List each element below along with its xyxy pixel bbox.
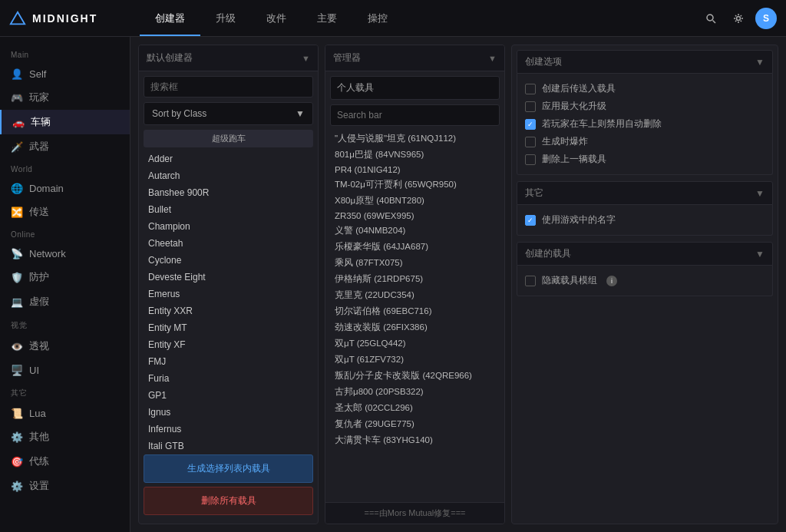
vehicle-item[interactable]: Entity MT: [144, 319, 313, 336]
sidebar-item-transfer[interactable]: 🔀传送: [0, 200, 130, 224]
sidebar-item-other[interactable]: ⚙️其他: [0, 425, 130, 449]
checkbox-box[interactable]: [525, 276, 536, 286]
garage-vehicle-item[interactable]: 义警 (04NMB204): [330, 223, 500, 239]
search-icon-btn[interactable]: [700, 8, 722, 29]
garage-vehicle-item[interactable]: 双μT (25GLQ442): [330, 335, 500, 352]
delete-all-vehicles-button[interactable]: 删除所有载具: [144, 487, 313, 515]
garage-vehicle-item[interactable]: 克里克 (22UDC354): [330, 287, 500, 303]
transfer-icon: 🔀: [11, 206, 23, 218]
left-panel-actions: 生成选择列表内载具 删除所有载具: [139, 450, 318, 524]
vehicle-category-label: 超级跑车: [144, 130, 313, 147]
weapon-icon: 🗡️: [11, 140, 23, 153]
garage-vehicle-item[interactable]: 劲速改装版 (26FIX386): [330, 319, 500, 335]
garage-vehicle-item[interactable]: 古邦μ800 (20PSB322): [330, 384, 500, 400]
sidebar-item-train[interactable]: 🎯代练: [0, 449, 130, 474]
garage-search-input[interactable]: [330, 104, 500, 126]
checkbox-row[interactable]: 隐藏载具模组i: [525, 272, 765, 289]
checkbox-row[interactable]: 创建后传送入载具: [525, 80, 765, 97]
sidebar-item-player[interactable]: 🎮玩家: [0, 85, 130, 110]
sidebar-item-weapon[interactable]: 🗡️武器: [0, 134, 130, 159]
checkbox-row[interactable]: 删除上一辆载具: [525, 150, 765, 168]
right-section-header-garage_vehicles: 创建的载具▼: [517, 242, 773, 266]
vehicle-item[interactable]: Ignus: [144, 404, 313, 421]
sidebar-item-network[interactable]: 📡Network: [0, 242, 130, 265]
garage-vehicle-item[interactable]: 复仇者 (29UGE775): [330, 416, 500, 432]
vehicle-item[interactable]: GP1: [144, 387, 313, 404]
vehicle-item[interactable]: Entity XXR: [144, 302, 313, 319]
checkbox-box[interactable]: [525, 101, 536, 112]
vehicle-item[interactable]: Cyclone: [144, 252, 313, 269]
sort-arrow-icon: ▼: [296, 108, 305, 119]
content-area: 默认创建器 ▼ Sort by Class ▼ 超级跑车 AdderAutarc…: [130, 37, 786, 532]
vehicle-item[interactable]: Autarch: [144, 167, 313, 184]
vehicle-item[interactable]: FMJ: [144, 353, 313, 370]
checkbox-row[interactable]: 生成时爆炸: [525, 133, 765, 150]
sidebar-item-lua[interactable]: 📜Lua: [0, 401, 130, 425]
logo-area: MIDNIGHT: [9, 10, 140, 27]
checkbox-box[interactable]: [525, 215, 536, 226]
garage-vehicle-item[interactable]: 切尔诺伯格 (69EBC716): [330, 303, 500, 319]
svg-line-2: [713, 20, 716, 23]
sidebar-label-network: Network: [29, 248, 66, 259]
nav-tab-操控[interactable]: 操控: [352, 1, 403, 36]
vehicle-item[interactable]: Entity XF: [144, 336, 313, 353]
sidebar-item-self[interactable]: 👤Self: [0, 62, 130, 85]
sidebar-label-domain: Domain: [29, 183, 64, 194]
garage-vehicle-item[interactable]: 双μT (61ZFV732): [330, 352, 500, 368]
garage-vehicle-item[interactable]: 乐榎豪华版 (64JJA687): [330, 239, 500, 255]
checkbox-row[interactable]: 若玩家在车上则禁用自动删除: [525, 115, 765, 133]
garage-vehicle-item[interactable]: 大满贯卡车 (83YHG140): [330, 432, 500, 448]
sidebar-item-ui[interactable]: 🖥️UI: [0, 359, 130, 382]
train-icon: 🎯: [11, 455, 23, 468]
vehicle-item[interactable]: Emerus: [144, 286, 313, 302]
vehicle-icon: 🚗: [12, 116, 25, 128]
sidebar-item-virtual[interactable]: 💻虚假: [0, 289, 130, 314]
vehicle-item[interactable]: Furia: [144, 370, 313, 387]
settings-icon-btn[interactable]: [728, 8, 749, 29]
vehicle-search-input[interactable]: [144, 76, 313, 97]
right-section-misc: 其它▼使用游戏中的名字: [517, 181, 773, 236]
sidebar-item-protect[interactable]: 🛡️防护: [0, 265, 130, 289]
sort-class-button[interactable]: Sort by Class ▼: [144, 102, 313, 125]
checkbox-box[interactable]: [525, 119, 536, 130]
sidebar-item-vehicle[interactable]: 🚗车辆: [0, 110, 130, 134]
checkbox-box[interactable]: [525, 154, 536, 165]
vehicle-item[interactable]: Adder: [144, 150, 313, 167]
vehicle-item[interactable]: Deveste Eight: [144, 269, 313, 286]
svg-point-3: [737, 16, 741, 20]
nav-tab-改件[interactable]: 改件: [251, 1, 302, 36]
garage-vehicle-item[interactable]: ZR350 (69WEX995): [330, 209, 500, 223]
vision-icon: 👁️: [11, 340, 23, 352]
vehicle-item[interactable]: Champion: [144, 218, 313, 235]
garage-vehicle-item[interactable]: 801μ巴提 (84VNS965): [330, 147, 500, 163]
generate-vehicles-button[interactable]: 生成选择列表内载具: [144, 454, 313, 483]
vehicle-item[interactable]: Itali GTB: [144, 438, 313, 450]
nav-tab-升级[interactable]: 升级: [200, 1, 251, 36]
vehicle-item[interactable]: Banshee 900R: [144, 184, 313, 201]
garage-vehicle-item[interactable]: 叛乱/分子皮卡改装版 (42QRE966): [330, 368, 500, 384]
nav-tab-创建器[interactable]: 创建器: [140, 1, 200, 36]
vehicle-item[interactable]: Infernus: [144, 421, 313, 438]
checkbox-box[interactable]: [525, 84, 536, 94]
checkbox-row[interactable]: 应用最大化升级: [525, 97, 765, 115]
user-avatar[interactable]: S: [755, 8, 777, 29]
nav-tab-主要[interactable]: 主要: [302, 1, 352, 36]
garage-vehicle-item[interactable]: PR4 (01NIG412): [330, 163, 500, 177]
garage-vehicle-item[interactable]: X80μ原型 (40BNT280): [330, 193, 500, 209]
vehicle-item[interactable]: Cheetah: [144, 235, 313, 252]
info-icon[interactable]: i: [606, 276, 617, 286]
garage-vehicle-item[interactable]: 伊格纳斯 (21RDP675): [330, 271, 500, 287]
garage-vehicle-item[interactable]: 乘风 (87FTX075): [330, 255, 500, 271]
garage-vehicle-item[interactable]: "人侵与说服"坦克 (61NQJ112): [330, 131, 500, 147]
sidebar-item-domain[interactable]: 🌐Domain: [0, 177, 130, 200]
garage-vehicle-item[interactable]: TM-02μ可汗贾利 (65WQR950): [330, 177, 500, 193]
checkbox-row[interactable]: 使用游戏中的名字: [525, 211, 765, 229]
protect-icon: 🛡️: [11, 271, 23, 283]
vehicle-item[interactable]: Bullet: [144, 201, 313, 218]
right-section-title-misc: 其它: [525, 187, 543, 200]
sidebar-item-settings[interactable]: ⚙️设置: [0, 474, 130, 498]
checkbox-box[interactable]: [525, 137, 536, 147]
garage-vehicle-item[interactable]: 圣太郎 (02CCL296): [330, 400, 500, 416]
right-section-title-creation_options: 创建选项: [525, 55, 562, 68]
sidebar-item-vision[interactable]: 👁️透视: [0, 334, 130, 359]
